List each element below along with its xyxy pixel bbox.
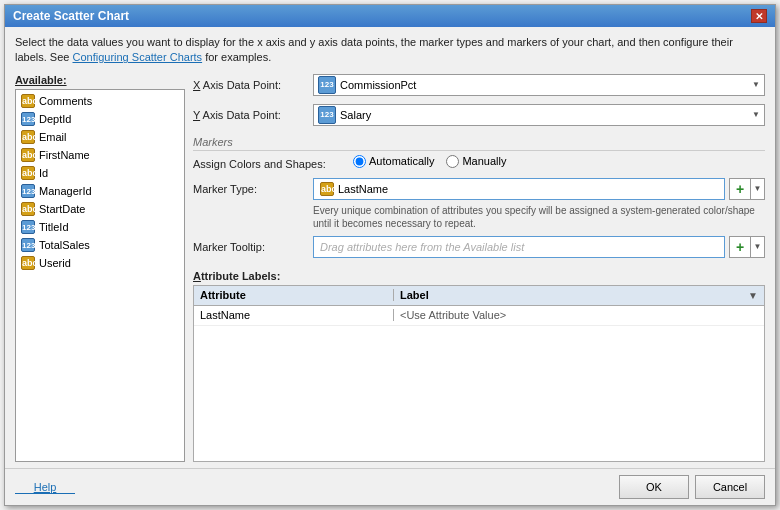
- item-label: ManagerId: [39, 185, 92, 197]
- x-axis-select-wrapper[interactable]: 123 CommissionPct ▼: [313, 74, 765, 96]
- available-panel: Available: abc Comments 123 DeptId abc E…: [15, 74, 185, 462]
- y-axis-label: Y Axis Data Point:: [193, 109, 313, 121]
- numeric-icon: 123: [21, 112, 35, 126]
- assign-colors-text: Assign Colors and Shapes:: [193, 158, 326, 170]
- marker-tooltip-label: Marker Tooltip:: [193, 241, 313, 253]
- marker-hint-text: Every unique combination of attributes y…: [313, 204, 765, 230]
- item-label: TotalSales: [39, 239, 90, 251]
- x-axis-select[interactable]: CommissionPct: [340, 79, 752, 91]
- ok-button[interactable]: OK: [619, 475, 689, 499]
- title-bar: Create Scatter Chart ✕: [5, 5, 775, 27]
- x-axis-label: X Axis Data Point:: [193, 79, 313, 91]
- markers-section: Markers Assign Colors and Shapes: Automa…: [193, 136, 765, 262]
- marker-tooltip-row: Marker Tooltip: Drag attributes here fro…: [193, 236, 765, 258]
- list-item[interactable]: abc Id: [18, 164, 182, 182]
- automatically-label: Automatically: [369, 155, 434, 167]
- marker-type-value: LastName: [338, 183, 388, 195]
- radio-group: Automatically Manually: [353, 155, 506, 168]
- list-item[interactable]: 123 DeptId: [18, 110, 182, 128]
- cancel-button[interactable]: Cancel: [695, 475, 765, 499]
- attr-table: Attribute Label ▼ LastName <Use Attribut…: [193, 285, 765, 462]
- string-icon: abc: [21, 166, 35, 180]
- tooltip-add-group: + ▼: [729, 236, 765, 258]
- help-button[interactable]: Help: [15, 481, 75, 494]
- string-icon: abc: [21, 94, 35, 108]
- create-scatter-chart-dialog: Create Scatter Chart ✕ Select the data v…: [4, 4, 776, 506]
- dialog-content: Select the data values you want to displ…: [5, 27, 775, 468]
- col-attribute-header: Attribute: [194, 289, 394, 301]
- footer-left: Help: [15, 481, 75, 494]
- close-button[interactable]: ✕: [751, 9, 767, 23]
- col-label-text: Label: [400, 289, 429, 301]
- list-item[interactable]: abc Comments: [18, 92, 182, 110]
- attr-row-label-value: <Use Attribute Value>: [400, 309, 506, 321]
- item-label: TitleId: [39, 221, 69, 233]
- manually-label: Manually: [462, 155, 506, 167]
- automatically-radio[interactable]: [353, 155, 366, 168]
- configuring-link[interactable]: Configuring Scatter Charts: [72, 51, 202, 63]
- markers-legend: Markers: [193, 136, 765, 151]
- list-item[interactable]: 123 TitleId: [18, 218, 182, 236]
- string-icon: abc: [21, 130, 35, 144]
- item-label: DeptId: [39, 113, 71, 125]
- string-icon: abc: [21, 202, 35, 216]
- footer-right: OK Cancel: [619, 475, 765, 499]
- attr-labels-title: AAttribute Labels:ttribute Labels:: [193, 270, 765, 282]
- numeric-icon: 123: [21, 220, 35, 234]
- y-axis-row: Y Axis Data Point: 123 Salary ▼: [193, 104, 765, 126]
- marker-type-row: Marker Type: abc LastName + ▼: [193, 178, 765, 200]
- y-axis-dropdown-arrow: ▼: [752, 110, 760, 119]
- manually-radio-label[interactable]: Manually: [446, 155, 506, 168]
- dialog-footer: Help OK Cancel: [5, 468, 775, 505]
- item-label: StartDate: [39, 203, 85, 215]
- col-label-header: Label ▼: [394, 289, 764, 301]
- marker-type-add-group: + ▼: [729, 178, 765, 200]
- marker-tooltip-field[interactable]: Drag attributes here from the Available …: [313, 236, 725, 258]
- available-list[interactable]: abc Comments 123 DeptId abc Email abc Fi…: [15, 89, 185, 462]
- marker-type-add-button[interactable]: +: [729, 178, 751, 200]
- list-item[interactable]: 123 ManagerId: [18, 182, 182, 200]
- attr-row-label: <Use Attribute Value>: [394, 309, 764, 321]
- item-label: Comments: [39, 95, 92, 107]
- x-axis-dropdown-arrow: ▼: [752, 80, 760, 89]
- item-label: FirstName: [39, 149, 90, 161]
- y-axis-icon: 123: [318, 106, 336, 124]
- right-panel: X Axis Data Point: 123 CommissionPct ▼ Y…: [193, 74, 765, 462]
- x-axis-row: X Axis Data Point: 123 CommissionPct ▼: [193, 74, 765, 96]
- item-label: Email: [39, 131, 67, 143]
- automatically-radio-label[interactable]: Automatically: [353, 155, 434, 168]
- item-label: Id: [39, 167, 48, 179]
- assign-colors-label: Assign Colors and Shapes:: [193, 158, 353, 170]
- numeric-icon: 123: [21, 184, 35, 198]
- marker-type-field[interactable]: abc LastName: [313, 178, 725, 200]
- string-icon: abc: [21, 148, 35, 162]
- list-item[interactable]: abc StartDate: [18, 200, 182, 218]
- y-axis-select-wrapper[interactable]: 123 Salary ▼: [313, 104, 765, 126]
- assign-colors-row: Assign Colors and Shapes: Automatically …: [193, 155, 765, 174]
- x-axis-icon: 123: [318, 76, 336, 94]
- attr-table-row[interactable]: LastName <Use Attribute Value>: [194, 306, 764, 326]
- manually-radio[interactable]: [446, 155, 459, 168]
- attr-row-attribute: LastName: [194, 309, 394, 321]
- dialog-title: Create Scatter Chart: [13, 9, 129, 23]
- list-item[interactable]: abc Email: [18, 128, 182, 146]
- main-area: Available: abc Comments 123 DeptId abc E…: [15, 74, 765, 462]
- marker-type-add-dropdown[interactable]: ▼: [751, 178, 765, 200]
- list-item[interactable]: abc FirstName: [18, 146, 182, 164]
- available-label: Available:: [15, 74, 185, 86]
- list-item[interactable]: abc Userid: [18, 254, 182, 272]
- attr-table-header: Attribute Label ▼: [194, 286, 764, 306]
- attr-labels-section: AAttribute Labels:ttribute Labels: Attri…: [193, 270, 765, 462]
- numeric-icon: 123: [21, 238, 35, 252]
- tooltip-add-button[interactable]: +: [729, 236, 751, 258]
- string-icon: abc: [21, 256, 35, 270]
- col-label-dropdown-icon[interactable]: ▼: [748, 290, 758, 301]
- tooltip-add-dropdown[interactable]: ▼: [751, 236, 765, 258]
- marker-type-label: Marker Type:: [193, 183, 313, 195]
- intro-text: Select the data values you want to displ…: [15, 35, 765, 66]
- list-item[interactable]: 123 TotalSales: [18, 236, 182, 254]
- item-label: Userid: [39, 257, 71, 269]
- y-axis-select[interactable]: Salary: [340, 109, 752, 121]
- marker-type-icon: abc: [320, 182, 334, 196]
- marker-tooltip-placeholder: Drag attributes here from the Available …: [320, 241, 524, 253]
